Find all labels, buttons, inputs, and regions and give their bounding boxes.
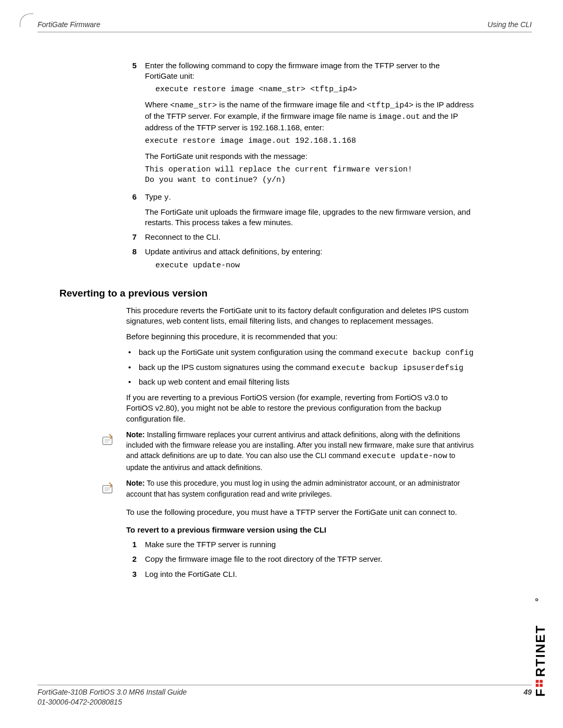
section-p1: This procedure reverts the FortiGate uni… [126,305,474,327]
step5-where: Where <name_str> is the name of the firm… [145,100,474,133]
step-body: Copy the firmware image file to the root… [145,554,474,566]
substep3-text: Log into the FortiGate CLI. [145,569,474,579]
step-number: 8 [126,246,145,275]
step-number: 1 [126,539,145,552]
section-body: This procedure reverts the FortiGate uni… [126,305,474,536]
section-p3: If you are reverting to a previous Forti… [126,392,474,424]
step7-text: Reconnect to the CLI. [145,232,474,242]
substep1-text: Make sure the TFTP server is running [145,539,474,550]
svg-text:R: R [536,599,538,601]
section-heading: Reverting to a previous version [59,287,474,300]
footer-rule [38,685,532,685]
page-header: FortiGate Firmware Using the CLI [38,20,532,30]
step-number: 6 [126,192,145,230]
step-body: Update antivirus and attack definitions,… [145,246,474,275]
step-body: Log into the FortiGate CLI. [145,569,474,582]
note-2: Note: To use this procedure, you must lo… [98,478,474,500]
step-number: 2 [126,554,145,566]
step-body: Enter the following command to copy the … [145,60,474,190]
note-text: Note: Installing firmware replaces your … [126,429,474,473]
step6-desc: The FortiGate unit uploads the firmware … [145,207,474,228]
substep-2: 2 Copy the firmware image file to the ro… [126,554,474,566]
step-5: 5 Enter the following command to copy th… [126,60,474,190]
step-body: Reconnect to the CLI. [145,232,474,244]
step5-cmd1: execute restore image <name_str> <tftp_i… [155,84,474,95]
bullet-3: • back up web content and email filterin… [126,377,474,387]
page-number: 49 [523,687,532,707]
bullet-body: back up the FortiGate unit system config… [139,347,474,359]
header-rule [38,32,532,32]
substep2-text: Copy the firmware image file to the root… [145,554,474,564]
step8-cmd: execute update-now [155,261,474,271]
step5-responds: The FortiGate unit responds with the mes… [145,151,474,162]
substep-3: 3 Log into the FortiGate CLI. [126,569,474,582]
bullet-mark: • [126,362,139,374]
step-number: 5 [126,60,145,190]
bullet-mark: • [126,377,139,387]
svg-rect-9 [536,684,539,687]
substep-1: 1 Make sure the TFTP server is running [126,539,474,552]
page-footer: FortiGate-310B FortiOS 3.0 MR6 Install G… [38,685,532,707]
corner-decoration [20,14,33,27]
note-1: Note: Installing firmware replaces your … [98,429,474,473]
main-content: 5 Enter the following command to copy th… [126,60,474,582]
step5-intro: Enter the following command to copy the … [145,60,474,82]
svg-text:RTINET: RTINET [533,624,547,677]
step5-cmd2: execute restore image image.out 192.168.… [145,136,474,146]
footer-line1: FortiGate-310B FortiOS 3.0 MR6 Install G… [38,687,187,697]
subhead: To revert to a previous firmware version… [126,525,474,535]
step-8: 8 Update antivirus and attack definition… [126,246,474,275]
step6-text: Type y. [145,192,474,203]
bullet-1: • back up the FortiGate unit system conf… [126,347,474,359]
bullet-body: back up the IPS custom signatures using … [139,362,474,374]
fortinet-logo: F RTINET R [532,572,554,707]
svg-text:F: F [533,688,547,697]
section-p4: To use the following procedure, you must… [126,507,474,517]
svg-rect-12 [540,680,543,683]
footer-line2: 01-30006-0472-20080815 [38,697,187,707]
svg-rect-11 [540,684,543,687]
step-7: 7 Reconnect to the CLI. [126,232,474,244]
section-p2: Before beginning this procedure, it is r… [126,331,474,342]
step5-cmd3: This operation will replace the current … [145,165,474,186]
step-number: 3 [126,569,145,582]
step-number: 7 [126,232,145,244]
step-body: Make sure the TFTP server is running [145,539,474,552]
header-left: FortiGate Firmware [38,20,101,30]
bullet-2: • back up the IPS custom signatures usin… [126,362,474,374]
step-6: 6 Type y. The FortiGate unit uploads the… [126,192,474,230]
svg-rect-10 [536,680,539,683]
bullet-body: back up web content and email filtering … [139,377,474,387]
note-text: Note: To use this procedure, you must lo… [126,478,474,499]
header-right: Using the CLI [487,20,532,30]
note-icon [98,478,119,500]
footer-left: FortiGate-310B FortiOS 3.0 MR6 Install G… [38,687,187,707]
step8-text: Update antivirus and attack definitions,… [145,246,474,257]
step-body: Type y. The FortiGate unit uploads the f… [145,192,474,230]
bullet-mark: • [126,347,139,359]
note-icon [98,429,119,452]
